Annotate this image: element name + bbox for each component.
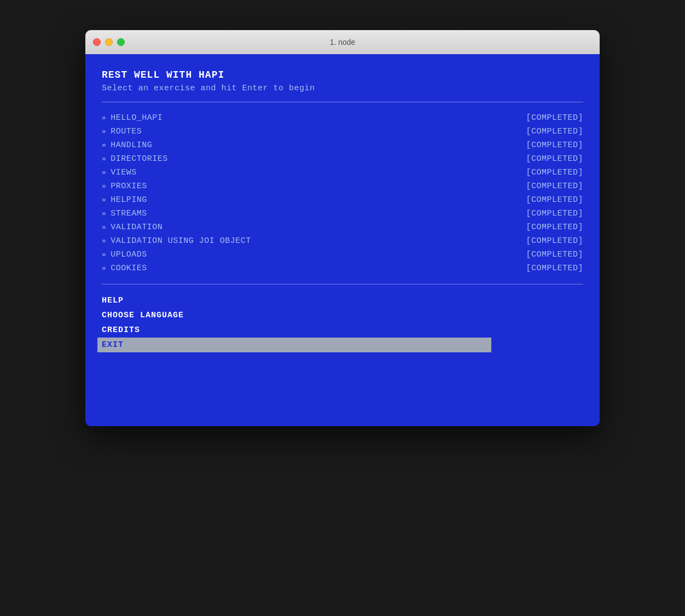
arrow-icon: » [102,168,106,177]
arrow-icon: » [102,127,106,136]
exercise-item[interactable]: »VIEWS[COMPLETED] [102,166,583,179]
terminal-window: 1. node REST WELL WITH HAPI Select an ex… [85,30,600,426]
exercise-name-label: DIRECTORIES [111,154,168,164]
exercise-item[interactable]: »COOKIES[COMPLETED] [102,261,583,275]
arrow-icon: » [102,210,106,218]
exercise-name-label: UPLOADS [111,250,147,259]
arrow-icon: » [102,264,106,272]
exercise-name-label: VIEWS [111,168,137,177]
bottom-divider [102,284,583,284]
exercise-item[interactable]: »HELLO_HAPI[COMPLETED] [102,111,583,125]
app-title: REST WELL WITH HAPI [102,69,583,80]
exercise-name-label: HANDLING [111,141,152,150]
exercise-item[interactable]: »VALIDATION[COMPLETED] [102,220,583,234]
exercise-item[interactable]: »HELPING[COMPLETED] [102,193,583,207]
footer-item-exit[interactable]: EXIT [97,338,491,352]
exercise-item[interactable]: »HANDLING[COMPLETED] [102,138,583,152]
footer-item-choose-language[interactable]: CHOOSE LANGUAGE [102,308,583,323]
minimize-button[interactable] [105,38,113,46]
app-subtitle: Select an exercise and hit Enter to begi… [102,84,583,93]
exercise-status: [COMPLETED] [526,154,583,164]
exercise-item[interactable]: »PROXIES[COMPLETED] [102,179,583,193]
exercise-status: [COMPLETED] [526,182,583,191]
exercise-status: [COMPLETED] [526,113,583,123]
exercise-item[interactable]: »UPLOADS[COMPLETED] [102,248,583,261]
arrow-icon: » [102,182,106,190]
traffic-lights [93,38,125,46]
arrow-icon: » [102,251,106,259]
exercise-name-label: ROUTES [111,127,142,136]
exercise-item[interactable]: »STREAMS[COMPLETED] [102,207,583,220]
exercise-name-label: STREAMS [111,209,147,218]
exercise-item[interactable]: »DIRECTORIES[COMPLETED] [102,152,583,166]
exercise-name-label: VALIDATION USING JOI OBJECT [111,236,251,246]
close-button[interactable] [93,38,101,46]
titlebar: 1. node [85,30,600,54]
exercise-name-label: VALIDATION [111,223,162,232]
exercise-status: [COMPLETED] [526,209,583,218]
footer-menu: HELPCHOOSE LANGUAGECREDITSEXIT [102,293,583,352]
window-title: 1. node [330,38,356,47]
maximize-button[interactable] [117,38,125,46]
arrow-icon: » [102,237,106,245]
exercise-item[interactable]: »ROUTES[COMPLETED] [102,125,583,138]
arrow-icon: » [102,155,106,163]
exercise-status: [COMPLETED] [526,223,583,232]
exercise-status: [COMPLETED] [526,264,583,273]
exercise-status: [COMPLETED] [526,195,583,205]
exercise-status: [COMPLETED] [526,250,583,259]
exercise-name-label: PROXIES [111,182,147,191]
arrow-icon: » [102,196,106,204]
exercise-status: [COMPLETED] [526,168,583,177]
arrow-icon: » [102,114,106,122]
top-divider [102,102,583,102]
exercise-list: »HELLO_HAPI[COMPLETED]»ROUTES[COMPLETED]… [102,111,583,275]
exercise-status: [COMPLETED] [526,236,583,246]
exercise-status: [COMPLETED] [526,141,583,150]
footer-item-credits[interactable]: CREDITS [102,323,583,338]
terminal-content: REST WELL WITH HAPI Select an exercise a… [85,54,600,426]
exercise-name-label: HELLO_HAPI [111,113,162,123]
footer-item-help[interactable]: HELP [102,293,583,308]
arrow-icon: » [102,223,106,231]
arrow-icon: » [102,141,106,149]
exercise-item[interactable]: »VALIDATION USING JOI OBJECT[COMPLETED] [102,234,583,248]
exercise-name-label: COOKIES [111,264,147,273]
exercise-status: [COMPLETED] [526,127,583,136]
exercise-name-label: HELPING [111,195,147,205]
